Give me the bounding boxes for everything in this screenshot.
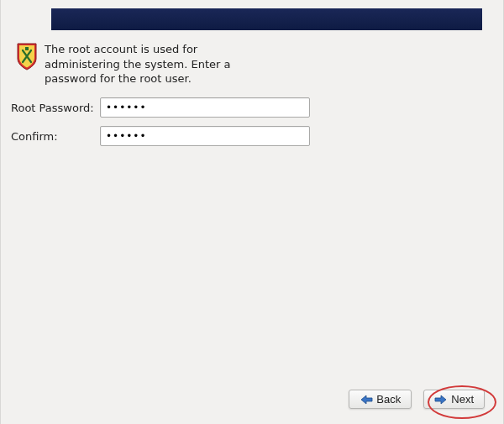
confirm-password-input[interactable] xyxy=(100,126,310,146)
intro-block: The root account is used for administeri… xyxy=(16,42,263,86)
confirm-label: Confirm: xyxy=(11,130,100,143)
shield-icon xyxy=(16,42,38,71)
root-password-input[interactable] xyxy=(100,97,310,118)
root-password-label: Root Password: xyxy=(11,102,100,114)
row-confirm: Confirm: xyxy=(11,126,310,146)
button-row: Back Next xyxy=(349,390,485,409)
row-root-password: Root Password: xyxy=(11,97,310,118)
back-button[interactable]: Back xyxy=(349,390,412,409)
arrow-right-icon xyxy=(434,395,448,405)
back-button-label: Back xyxy=(376,393,401,406)
next-button[interactable]: Next xyxy=(423,390,485,409)
next-button-label: Next xyxy=(451,393,474,406)
intro-text: The root account is used for administeri… xyxy=(45,42,263,86)
title-bar xyxy=(51,8,482,30)
svg-rect-0 xyxy=(25,47,29,50)
arrow-left-icon xyxy=(360,395,373,405)
